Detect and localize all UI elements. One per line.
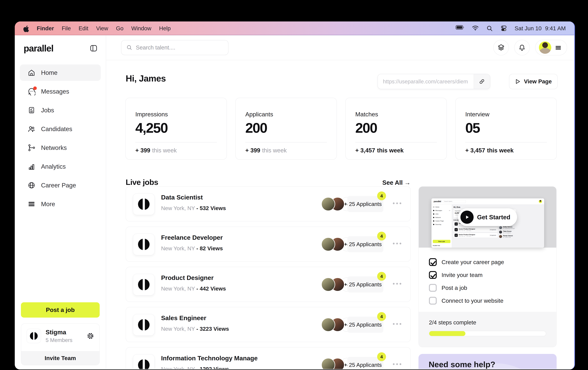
applicants-pill[interactable]: 25 Applicants4 xyxy=(347,196,383,212)
get-started-video-preview[interactable]: parallel Search talent... Home Messages2… xyxy=(419,187,556,248)
search-input[interactable] xyxy=(136,44,216,51)
sidebar-item-more[interactable]: More xyxy=(20,196,101,212)
mini-trial: Parallel Trial xyxy=(433,245,440,246)
sidebar-item-label: Candidates xyxy=(41,125,72,133)
job-more-options[interactable] xyxy=(393,363,401,365)
job-row-product-designer[interactable]: Product Designer New York, NY- 442 Views… xyxy=(126,267,411,302)
job-title: Information Technology Manage xyxy=(161,354,258,362)
collapse-sidebar-icon[interactable] xyxy=(89,44,98,52)
top-header xyxy=(106,35,574,60)
checklist-item-connect-website[interactable]: Connect to your website xyxy=(429,294,546,307)
menubar-item-file[interactable]: File xyxy=(62,25,71,32)
checklist-item-create-career-page[interactable]: Create your career page xyxy=(429,256,546,268)
sidebar-item-label: Analytics xyxy=(41,163,66,170)
menubar-clock[interactable]: Sat Jun 109:41 AM xyxy=(515,25,566,32)
sidebar-item-jobs[interactable]: Jobs xyxy=(20,102,101,118)
parallel-logo: parallel xyxy=(24,43,53,53)
menubar-item-go[interactable]: Go xyxy=(116,25,124,32)
messages-icon xyxy=(28,88,35,95)
company-logo xyxy=(133,354,155,369)
sidebar-item-candidates[interactable]: Candidates xyxy=(20,121,101,137)
mini-post-job: Post a job xyxy=(433,240,450,243)
menubar-item-finder[interactable]: Finder xyxy=(37,25,54,32)
applicants-pill[interactable]: 25 Applicants4 xyxy=(347,357,383,369)
onboarding-card: parallel Search talent... Home Messages2… xyxy=(419,186,556,347)
apple-icon[interactable] xyxy=(23,25,29,32)
control-center-icon[interactable] xyxy=(500,25,507,32)
candidates-icon xyxy=(28,125,35,133)
get-started-button[interactable]: Get Started xyxy=(458,208,517,226)
applicants-pill[interactable]: 25 Applicants4 xyxy=(347,236,383,252)
job-row-it-manager[interactable]: Information Technology Manage New York, … xyxy=(126,347,411,369)
stat-card-applicants: Applicants 200 + 399this week xyxy=(235,98,337,160)
networks-icon xyxy=(28,144,35,152)
job-more-options[interactable] xyxy=(393,243,401,244)
more-menu-icon xyxy=(28,200,35,208)
macos-menubar: Finder File Edit View Go Window Help Sat… xyxy=(15,21,574,35)
applicants-pill[interactable]: 25 Applicants4 xyxy=(347,277,383,293)
spotlight-search-icon[interactable] xyxy=(486,25,493,32)
checkbox-icon xyxy=(429,297,437,305)
invite-team-button[interactable]: Invite Team xyxy=(21,351,99,365)
new-applicants-badge: 4 xyxy=(377,191,386,200)
stat-label: Interview xyxy=(465,111,547,118)
view-page-button[interactable]: View Page xyxy=(509,74,557,89)
view-page-label: View Page xyxy=(524,78,552,85)
career-url-bar xyxy=(378,74,490,89)
jobs-icon xyxy=(28,106,35,114)
wifi-icon[interactable] xyxy=(472,25,479,32)
career-url-input[interactable] xyxy=(378,74,473,89)
job-title: Product Designer xyxy=(161,274,214,281)
play-icon xyxy=(461,211,473,224)
job-more-options[interactable] xyxy=(393,283,401,285)
job-row-data-scientist[interactable]: Data Scientist New York, NY- 532 Views +… xyxy=(126,186,411,221)
user-avatar xyxy=(539,41,551,54)
stat-value: 200 xyxy=(245,120,327,136)
sidebar-item-analytics[interactable]: Analytics xyxy=(20,158,101,175)
stat-label: Applicants xyxy=(245,111,327,118)
post-a-job-button[interactable]: Post a job xyxy=(21,302,100,318)
menubar-item-help[interactable]: Help xyxy=(159,25,171,32)
copy-link-button[interactable] xyxy=(473,74,490,89)
job-more-options[interactable] xyxy=(393,323,401,325)
checkbox-icon xyxy=(429,258,437,266)
job-row-sales-engineer[interactable]: Sales Engineer New York, NY- 3223 Views … xyxy=(126,307,411,342)
layers-button[interactable] xyxy=(493,40,509,55)
sidebar-item-label: Messages xyxy=(41,88,69,95)
sidebar-item-networks[interactable]: Networks xyxy=(20,140,101,156)
app-window: Finder File Edit View Go Window Help Sat… xyxy=(15,21,575,370)
need-help-card[interactable]: Need some help? xyxy=(419,354,556,369)
company-logo xyxy=(133,274,155,296)
job-more-options[interactable] xyxy=(393,202,401,204)
new-applicants-badge: 4 xyxy=(377,232,386,240)
progress-fill xyxy=(429,331,465,336)
sidebar-item-label: More xyxy=(41,200,55,208)
checkbox-icon xyxy=(429,271,437,279)
see-all-link[interactable]: See All → xyxy=(380,179,410,186)
menubar-item-window[interactable]: Window xyxy=(131,25,151,32)
unread-dot xyxy=(33,86,37,90)
notifications-button[interactable] xyxy=(514,40,530,55)
stat-card-impressions: Impressions 4,250 + 399this week xyxy=(126,98,227,160)
checklist-item-invite-team[interactable]: Invite your team xyxy=(429,268,546,281)
globe-icon xyxy=(28,181,35,189)
menubar-item-view[interactable]: View xyxy=(96,25,108,32)
sidebar-item-home[interactable]: Home xyxy=(20,64,101,81)
job-row-freelance-developer[interactable]: Freelance Developer New York, NY- 82 Vie… xyxy=(126,226,411,262)
battery-icon[interactable] xyxy=(456,25,464,32)
team-members-count: 5 Members xyxy=(46,337,73,343)
sidebar-item-career-page[interactable]: Career Page xyxy=(20,177,101,194)
team-settings-gear-icon[interactable] xyxy=(87,332,94,339)
job-title: Data Scientist xyxy=(161,194,203,201)
sidebar-item-label: Networks xyxy=(41,144,67,151)
get-started-label: Get Started xyxy=(477,214,510,221)
team-logo xyxy=(27,329,41,343)
profile-menu[interactable] xyxy=(535,40,567,55)
checklist-label: Connect to your website xyxy=(441,298,503,304)
menubar-item-edit[interactable]: Edit xyxy=(79,25,88,32)
checklist-item-post-job[interactable]: Post a job xyxy=(429,281,546,294)
sidebar-item-messages[interactable]: Messages xyxy=(20,83,101,100)
search-talent-box[interactable] xyxy=(121,40,228,55)
applicants-pill[interactable]: 25 Applicants4 xyxy=(347,317,383,333)
link-icon xyxy=(479,78,485,85)
